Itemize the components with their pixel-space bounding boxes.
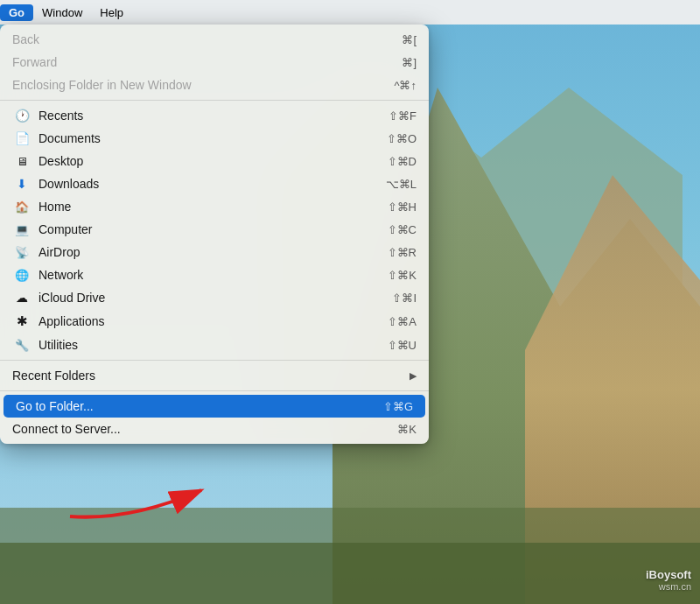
menu-item-forward[interactable]: Forward ⌘]: [0, 51, 429, 74]
desktop-icon: 🖥: [12, 155, 32, 168]
menu-item-documents[interactable]: 📄 Documents ⇧⌘O: [0, 127, 429, 150]
menu-item-downloads-shortcut: ⌥⌘L: [386, 178, 416, 191]
menu-item-enclosing[interactable]: Enclosing Folder in New Window ^⌘↑: [0, 74, 429, 96]
menu-item-applications-label: Applications: [38, 314, 388, 328]
menu-item-utilities-label: Utilities: [38, 338, 388, 352]
menu-item-desktop-shortcut: ⇧⌘D: [388, 155, 416, 168]
menu-item-downloads[interactable]: ⬇ Downloads ⌥⌘L: [0, 172, 429, 195]
menu-item-icloud-label: iCloud Drive: [38, 291, 392, 305]
menubar-window[interactable]: Window: [33, 4, 91, 21]
menu-item-back[interactable]: Back ⌘[: [0, 28, 429, 51]
menu-item-documents-shortcut: ⇧⌘O: [387, 132, 416, 145]
menu-item-airdrop-label: AirDrop: [38, 245, 388, 259]
menu-item-applications-shortcut: ⇧⌘A: [388, 315, 416, 328]
menu-item-documents-label: Documents: [38, 131, 387, 145]
menu-item-forward-label: Forward: [12, 55, 402, 69]
arrow-annotation: [61, 473, 236, 529]
network-icon: 🌐: [12, 269, 32, 282]
svg-rect-5: [0, 543, 700, 604]
menu-item-enclosing-shortcut: ^⌘↑: [394, 79, 416, 92]
menu-item-desktop[interactable]: 🖥 Desktop ⇧⌘D: [0, 150, 429, 172]
menu-item-computer-label: Computer: [38, 222, 388, 236]
brand-name: iBoysoft: [646, 568, 691, 581]
menu-item-back-shortcut: ⌘[: [402, 33, 416, 46]
menu-item-utilities-shortcut: ⇧⌘U: [388, 339, 416, 352]
menu-item-connect-server[interactable]: Connect to Server... ⌘K: [0, 418, 429, 440]
menu-item-icloud-shortcut: ⇧⌘I: [392, 291, 416, 305]
menu-item-desktop-label: Desktop: [38, 154, 388, 168]
submenu-arrow-icon: ▶: [410, 370, 416, 382]
menu-item-go-to-folder-label: Go to Folder...: [16, 399, 383, 413]
menu-item-network-shortcut: ⇧⌘K: [388, 269, 416, 282]
menu-item-recents-shortcut: ⇧⌘F: [388, 109, 416, 123]
menu-item-home[interactable]: 🏠 Home ⇧⌘H: [0, 195, 429, 218]
menu-item-utilities[interactable]: 🔧 Utilities ⇧⌘U: [0, 334, 429, 356]
downloads-icon: ⬇: [12, 177, 32, 191]
menu-item-back-label: Back: [12, 32, 402, 46]
menu-item-enclosing-label: Enclosing Folder in New Window: [12, 78, 394, 92]
menubar: Go Window Help: [0, 0, 700, 25]
utilities-icon: 🔧: [12, 339, 32, 352]
menu-item-recents-label: Recents: [38, 109, 388, 123]
menu-item-home-shortcut: ⇧⌘H: [388, 200, 416, 214]
menu-item-forward-shortcut: ⌘]: [402, 56, 416, 69]
menu-item-recent-folders-label: Recent Folders: [12, 369, 410, 383]
menu-item-network-label: Network: [38, 268, 388, 282]
icloud-icon: ☁: [12, 291, 32, 305]
menu-item-downloads-label: Downloads: [38, 177, 386, 191]
menu-item-airdrop[interactable]: 📡 AirDrop ⇧⌘R: [0, 241, 429, 263]
menu-item-airdrop-shortcut: ⇧⌘R: [388, 246, 416, 259]
menu-item-icloud[interactable]: ☁ iCloud Drive ⇧⌘I: [0, 286, 429, 309]
menu-item-network[interactable]: 🌐 Network ⇧⌘K: [0, 263, 429, 286]
menu-item-home-label: Home: [38, 200, 388, 214]
menubar-go[interactable]: Go: [0, 4, 33, 21]
airdrop-icon: 📡: [12, 246, 32, 259]
go-menu-dropdown: Back ⌘[ Forward ⌘] Enclosing Folder in N…: [0, 25, 429, 444]
home-icon: 🏠: [12, 200, 32, 214]
separator-2: [0, 360, 429, 361]
menu-item-recents[interactable]: 🕐 Recents ⇧⌘F: [0, 104, 429, 127]
menu-item-recent-folders[interactable]: Recent Folders ▶: [0, 364, 429, 387]
menu-item-go-to-folder-shortcut: ⇧⌘G: [383, 400, 413, 413]
separator-1: [0, 100, 429, 101]
documents-icon: 📄: [12, 131, 32, 145]
separator-3: [0, 390, 429, 391]
recents-icon: 🕐: [12, 109, 32, 123]
menu-item-applications[interactable]: ✱ Applications ⇧⌘A: [0, 309, 429, 334]
applications-icon: ✱: [12, 313, 32, 329]
computer-icon: 💻: [12, 223, 32, 236]
brand-watermark: iBoysoft wsm.cn: [646, 568, 691, 592]
menu-item-connect-server-shortcut: ⌘K: [397, 423, 416, 436]
menubar-help[interactable]: Help: [91, 4, 132, 21]
menu-item-go-to-folder[interactable]: Go to Folder... ⇧⌘G: [4, 395, 425, 418]
menu-item-computer[interactable]: 💻 Computer ⇧⌘C: [0, 218, 429, 241]
menu-item-connect-server-label: Connect to Server...: [12, 422, 397, 436]
menu-item-computer-shortcut: ⇧⌘C: [388, 223, 416, 236]
brand-site: wsm.cn: [646, 581, 691, 592]
